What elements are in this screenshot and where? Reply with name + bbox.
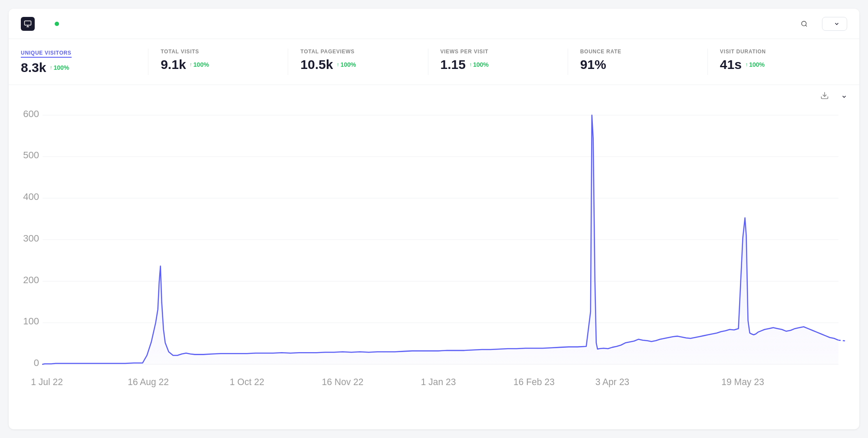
- svg-rect-0: [25, 21, 31, 25]
- stat-item-visit-duration[interactable]: VISIT DURATION41s↑100%: [720, 49, 847, 75]
- stat-change-total-pageviews: ↑100%: [336, 61, 356, 68]
- header-actions: [796, 17, 847, 31]
- stats-row: UNIQUE VISITORS8.3k↑100%TOTAL VISITS9.1k…: [9, 39, 859, 85]
- stat-item-total-visits[interactable]: TOTAL VISITS9.1k↑100%: [161, 49, 288, 75]
- line-chart: 600 500 400 300 200 100 0: [21, 106, 847, 410]
- search-icon: [801, 20, 808, 27]
- stat-item-views-per-visit[interactable]: VIEWS PER VISIT1.15↑100%: [441, 49, 568, 75]
- svg-text:400: 400: [23, 191, 39, 202]
- stat-label-total-visits: TOTAL VISITS: [161, 49, 276, 55]
- trend-arrow-icon: ↑: [190, 62, 192, 68]
- stat-label-visit-duration: VISIT DURATION: [720, 49, 835, 55]
- stat-change-value-total-visits: 100%: [194, 61, 209, 68]
- trend-arrow-icon: ↑: [745, 62, 748, 68]
- stat-change-value-views-per-visit: 100%: [473, 61, 489, 68]
- stat-change-visit-duration: ↑100%: [745, 61, 765, 68]
- stat-item-bounce-rate[interactable]: BOUNCE RATE91%: [580, 49, 708, 75]
- current-visitors-badge: [55, 22, 62, 26]
- svg-line-4: [806, 25, 807, 26]
- stat-change-value-visit-duration: 100%: [749, 61, 765, 68]
- svg-text:16 Feb 23: 16 Feb 23: [513, 377, 555, 387]
- stat-item-total-pageviews[interactable]: TOTAL PAGEVIEWS10.5k↑100%: [300, 49, 428, 75]
- header: [9, 9, 859, 39]
- svg-point-3: [802, 21, 806, 26]
- chevron-down-icon: [834, 21, 840, 27]
- stat-value-total-pageviews: 10.5k: [300, 57, 333, 72]
- trend-arrow-icon: ↑: [469, 62, 472, 68]
- svg-text:1 Oct 22: 1 Oct 22: [230, 377, 264, 387]
- chart-wrapper: 600 500 400 300 200 100 0: [21, 106, 847, 410]
- svg-text:19 May 23: 19 May 23: [721, 377, 764, 387]
- svg-text:16 Nov 22: 16 Nov 22: [322, 377, 364, 387]
- filter-button[interactable]: [796, 18, 815, 30]
- site-icon: [21, 17, 35, 31]
- download-button[interactable]: [817, 89, 832, 104]
- stat-change-unique-visitors: ↑100%: [49, 64, 69, 71]
- svg-text:200: 200: [23, 274, 39, 285]
- stat-value-bounce-rate: 91%: [580, 57, 606, 72]
- stat-value-visit-duration: 41s: [720, 57, 742, 72]
- svg-line-21: [838, 340, 847, 341]
- stat-change-value-total-pageviews: 100%: [340, 61, 356, 68]
- stat-label-views-per-visit: VIEWS PER VISIT: [441, 49, 556, 55]
- svg-text:3 Apr 23: 3 Apr 23: [595, 377, 629, 387]
- monitor-icon: [24, 20, 32, 28]
- stat-label-total-pageviews: TOTAL PAGEVIEWS: [300, 49, 415, 55]
- stat-change-total-visits: ↑100%: [190, 61, 209, 68]
- main-card: UNIQUE VISITORS8.3k↑100%TOTAL VISITS9.1k…: [9, 9, 859, 429]
- stat-label-bounce-rate: BOUNCE RATE: [580, 49, 695, 55]
- svg-text:500: 500: [23, 150, 39, 160]
- stat-item-unique-visitors[interactable]: UNIQUE VISITORS8.3k↑100%: [21, 49, 148, 75]
- stat-value-unique-visitors: 8.3k: [21, 60, 46, 75]
- svg-text:300: 300: [23, 233, 39, 244]
- days-chevron-icon: [841, 94, 847, 100]
- trend-arrow-icon: ↑: [49, 65, 52, 71]
- svg-text:100: 100: [23, 316, 39, 327]
- chart-area: 600 500 400 300 200 100 0: [9, 85, 859, 414]
- date-range-button[interactable]: [822, 17, 847, 31]
- stat-value-total-visits: 9.1k: [161, 57, 186, 72]
- chart-controls: [21, 89, 847, 104]
- stat-value-views-per-visit: 1.15: [441, 57, 466, 72]
- stat-change-views-per-visit: ↑100%: [469, 61, 489, 68]
- stat-label-unique-visitors: UNIQUE VISITORS: [21, 50, 72, 58]
- svg-text:16 Aug 22: 16 Aug 22: [128, 377, 169, 387]
- svg-text:0: 0: [34, 357, 39, 368]
- site-name-button[interactable]: [21, 17, 43, 31]
- trend-arrow-icon: ↑: [336, 62, 339, 68]
- days-granularity-button[interactable]: [838, 94, 847, 100]
- svg-text:600: 600: [23, 108, 39, 119]
- online-dot: [55, 22, 59, 26]
- svg-text:1 Jan 23: 1 Jan 23: [421, 377, 456, 387]
- svg-text:1 Jul 22: 1 Jul 22: [31, 377, 63, 387]
- stat-change-value-unique-visitors: 100%: [53, 64, 69, 71]
- download-icon: [820, 91, 829, 100]
